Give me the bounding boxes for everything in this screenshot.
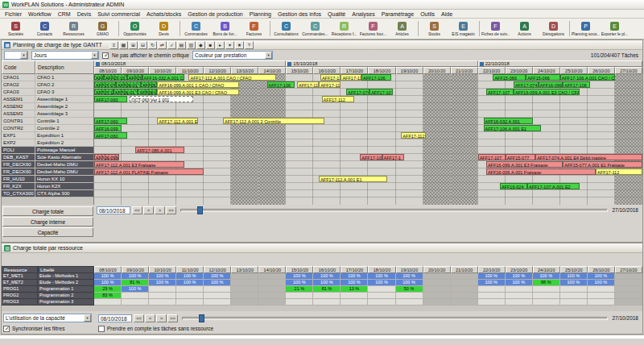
gantt-task-bar[interactable]: AFF16-024: [500, 183, 527, 189]
gantt-task-bar[interactable]: AFF17-112: [320, 74, 341, 81]
gantt-resource-row[interactable]: CONTR1Contrôle 1: [2, 118, 93, 125]
gantt-resource-row[interactable]: EXP2Expédition 2: [2, 139, 93, 147]
load-start-date-field[interactable]: 08/10/2018: [98, 314, 132, 322]
include-tasks-checkbox[interactable]: [98, 326, 105, 332]
gantt-task-bar[interactable]: AFF17-112: [319, 81, 341, 88]
gantt-resource-row[interactable]: FR_DECK60Deckel-Maho DMU: [2, 168, 93, 176]
gantt-resource-row[interactable]: CFAO2CFAO 2: [2, 81, 93, 89]
zoom-out-icon[interactable]: ⊟: [138, 41, 147, 49]
gantt-task-bar[interactable]: AFF17-107: [478, 154, 506, 160]
gantt-task-bar[interactable]: AFF16-01: [114, 89, 138, 95]
gantt-task-bar[interactable]: AFF17-074: [346, 89, 369, 95]
sync-filters-checkbox[interactable]: [3, 326, 10, 332]
gantt-timeline-scrollbar[interactable]: [180, 206, 608, 214]
diamond-icon[interactable]: ◆: [196, 41, 205, 49]
gantt-resource-row[interactable]: POLIPolissage Manuel: [2, 147, 93, 154]
scrollbar-thumb[interactable]: [199, 314, 204, 322]
gantt-task-bar[interactable]: AFF15-066: [493, 74, 526, 81]
gantt-task-bar[interactable]: AFF1: [94, 74, 104, 81]
gantt-task-bar[interactable]: AFF16-099.A.001 E3 CAO / CFAO: [157, 89, 239, 95]
gantt-task-bar[interactable]: AFF17-112.A.001 PLATINE Fraisage: [94, 168, 204, 175]
gantt-task-bar[interactable]: AFF17-10: [104, 74, 127, 81]
charge-interne-button[interactable]: Charge interne: [2, 217, 93, 227]
commandes-button[interactable]: CCommandes...: [301, 19, 329, 38]
confirm-icon[interactable]: ✓: [167, 41, 176, 49]
gantt-task-bar[interactable]: AFF17-106: [267, 81, 295, 88]
gantt-task-bar[interactable]: AFF17-07: [94, 81, 116, 88]
gantt-resource-row[interactable]: CONTR2Contrôle 2: [2, 125, 93, 132]
capacity-mode-combo[interactable]: L'utilisation de la capacité ▼: [3, 314, 92, 322]
gantt-task-bar[interactable]: AFF16-099.A.001 1 CAO / CFAO: [157, 81, 239, 88]
gantt-task-bar[interactable]: AFF17-106: [360, 154, 382, 160]
gantt-task-bar[interactable]: AFF17-060: [94, 118, 127, 124]
gantt-task-bar[interactable]: AFF17-106.A.001 E1: [484, 125, 542, 131]
planning-sous-button[interactable]: PPlanning sous...: [572, 19, 600, 38]
gantt-task-bar[interactable]: AFF16-099.A.001 E3 CAO / CFAO: [514, 89, 580, 95]
gantt-resource-row[interactable]: ASSEM2Assemblage 2: [2, 103, 93, 110]
gantt-task-bar[interactable]: AFF16-032.A.001: [484, 118, 533, 124]
bons-de-livr-button[interactable]: BBons de livr...: [211, 19, 239, 38]
menu-item-suivi-commercial[interactable]: Suivi commercial: [94, 11, 143, 17]
description-column-header[interactable]: Description: [35, 60, 94, 74]
table-icon[interactable]: ▦: [119, 41, 128, 49]
gantt-task-bar[interactable]: AFF17-106.A.001 CAO / CFAO: [560, 74, 615, 81]
opportunit-s-button[interactable]: OOpportunités: [121, 19, 149, 38]
gmao-button[interactable]: GGMAO: [89, 19, 117, 38]
factures-four-button[interactable]: FFactures four...: [359, 19, 387, 38]
gantt-resource-row[interactable]: CFAO3CFAO 3: [2, 89, 93, 96]
help-icon[interactable]: ?: [245, 41, 254, 49]
time-scale-combo[interactable]: Jours ▼: [31, 51, 99, 60]
gantt-task-bar[interactable]: AFF17-112.A.001 E1: [157, 118, 198, 124]
gantt-task-bar[interactable]: AFF16-099: [539, 81, 564, 88]
e-s-magasin-button[interactable]: EE/S magasin: [449, 19, 477, 38]
load-resource-row[interactable]: ET_MET1Etude - Méthodes 1100 %100 %100 %…: [2, 273, 642, 280]
devis-button[interactable]: DDevis: [150, 19, 178, 38]
gantt-resource-row[interactable]: FR_HU10Huron KX 10: [2, 176, 93, 183]
load-resource-row[interactable]: ET_MET2Etude - Méthodes 2100 %81 %100 %1…: [2, 280, 642, 286]
gantt-task-bar[interactable]: AFF16-032.A.001 CAO: [142, 74, 185, 81]
gantt-task-bar[interactable]: AFF17-060: [94, 132, 127, 139]
gantt-task-bar[interactable]: AFF17-106: [563, 81, 590, 88]
menu-item-param-trage[interactable]: Paramétrage: [378, 11, 417, 17]
gantt-resource-row[interactable]: ASSEM3Assemblage 3: [2, 110, 93, 118]
menu-item-crm[interactable]: CRM: [55, 11, 74, 17]
capacit-button[interactable]: Capacité: [2, 227, 93, 237]
stocks-button[interactable]: SStocks: [420, 19, 448, 38]
gantt-task-bar[interactable]: AFF17-074.A.001 E4 Débit matière: [535, 154, 642, 160]
r-ceptions-f-button[interactable]: RRéceptions f...: [330, 19, 358, 38]
gantt-task-bar[interactable]: AFF17-060: [94, 96, 127, 102]
color-mode-combo[interactable]: Couleur par prestation ▼: [192, 51, 273, 60]
gantt-task-bar[interactable]: OCT-063 Ver.1.001: [130, 96, 192, 102]
gantt-task-bar[interactable]: AFF15-077.A.001 E1 Fraisage: [563, 161, 642, 168]
resource-column-header[interactable]: Ressource: [2, 266, 38, 273]
gantt-task-bar[interactable]: AFF17-106: [361, 74, 391, 81]
nav-prev-button[interactable]: <: [143, 206, 154, 214]
consultations-button[interactable]: CConsultations: [272, 19, 300, 38]
code-column-header[interactable]: Code: [2, 60, 35, 74]
exporter-le-pl-button[interactable]: EExporter le pl...: [601, 19, 629, 38]
gantt-task-bar[interactable]: AFF17-112: [596, 168, 642, 175]
d-rogations-button[interactable]: DDérogations: [539, 19, 568, 38]
menu-item-gestion-des-infos[interactable]: Gestion des infos: [275, 11, 324, 17]
columns-icon[interactable]: ▥: [187, 41, 196, 49]
gantt-task-bar[interactable]: AFF16-01: [116, 81, 141, 88]
gantt-task-bar[interactable]: AFF17-112: [297, 81, 319, 88]
gantt-task-bar[interactable]: AFF17-074: [514, 81, 539, 88]
charge-totale-button[interactable]: Charge totale: [2, 206, 93, 216]
refresh-icon[interactable]: ↻: [148, 41, 157, 49]
gantt-start-date-field[interactable]: 08/10/2018: [97, 206, 130, 214]
gantt-task-bar[interactable]: AFF17-112.A.001 E3 Fraisage: [94, 161, 184, 168]
menu-item-gestion-de-production[interactable]: Gestion de production: [184, 11, 246, 17]
menu-item-workflow[interactable]: Workflow: [25, 11, 55, 17]
gantt-task-bar[interactable]: AFF17-112.A.001 2 Contrôle: [223, 118, 324, 124]
factures-button[interactable]: FFactures: [240, 19, 268, 38]
gantt-task-bar[interactable]: AFF15-066: [526, 74, 560, 81]
play-icon[interactable]: ▸: [216, 41, 225, 49]
menu-item-achats-stocks[interactable]: Achats/stocks: [143, 11, 184, 17]
contacts-button[interactable]: CContacts: [31, 19, 59, 38]
load-resource-row[interactable]: PROG2Programmation 283 %: [2, 293, 642, 299]
gantt-task-bar[interactable]: AFF18-01: [138, 89, 157, 95]
gantt-resource-row[interactable]: ASSEM1Assemblage 1: [2, 96, 93, 103]
gantt-task-bar[interactable]: AFF17-107.A.001 E2: [527, 183, 580, 189]
gantt-task-bar[interactable]: AFF17-112: [401, 132, 426, 139]
